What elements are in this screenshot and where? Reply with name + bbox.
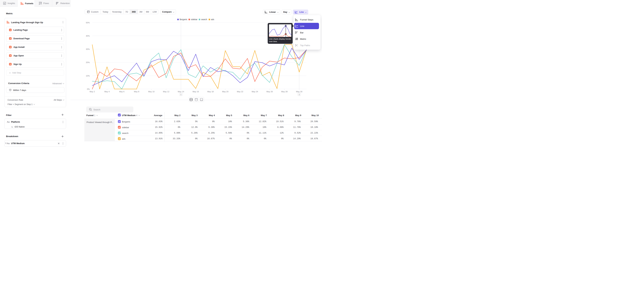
svg-text:May 4: May 4 [104, 90, 110, 92]
svg-text:May 8: May 8 [134, 90, 139, 92]
svg-text:ads: ads [211, 18, 214, 21]
svg-text:May 22: May 22 [237, 90, 243, 92]
svg-text:May 24: May 24 [252, 90, 258, 92]
svg-text:40%: 40% [86, 35, 90, 37]
svg-text:50%: 50% [86, 22, 90, 24]
svg-text:20%: 20% [86, 62, 90, 64]
svg-text:May 28: May 28 [281, 90, 288, 92]
svg-text:May 26: May 26 [266, 90, 273, 92]
svg-text:May 16: May 16 [192, 90, 199, 92]
svg-text:May 12: May 12 [163, 90, 170, 92]
svg-text:1: 1 [180, 94, 182, 96]
svg-text:search: search [201, 18, 207, 21]
svg-text:0%: 0% [87, 88, 90, 90]
svg-text:10%: 10% [86, 75, 90, 77]
svg-text:May 14: May 14 [178, 90, 184, 92]
svg-text:May 18: May 18 [207, 90, 214, 92]
svg-text:sidebar: sidebar [191, 18, 198, 21]
svg-text:May 30: May 30 [296, 90, 302, 92]
svg-text:$organic: $organic [180, 18, 187, 21]
svg-text:May 6: May 6 [119, 90, 124, 92]
svg-text:30%: 30% [86, 48, 90, 50]
svg-text:May 10: May 10 [148, 90, 155, 92]
svg-text:May 2: May 2 [90, 90, 95, 92]
svg-text:1: 1 [299, 94, 300, 96]
svg-text:May 20: May 20 [222, 90, 228, 92]
